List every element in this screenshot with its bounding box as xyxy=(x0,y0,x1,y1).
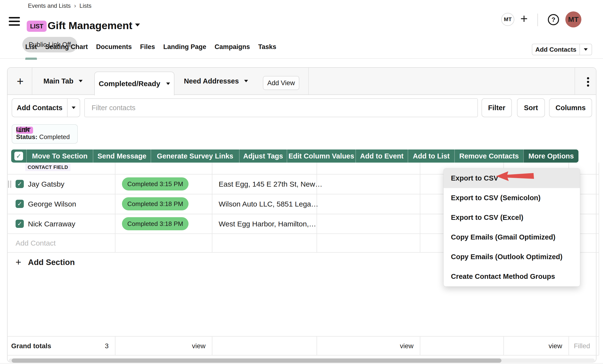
checkbox-checked-icon: ✓ xyxy=(14,152,23,160)
annotation-arrow-icon xyxy=(495,171,534,182)
page-title: Gift Management xyxy=(48,20,132,32)
tab-seating-chart[interactable]: Seating Chart xyxy=(45,43,88,54)
page: Events and Lists › Lists LIST Gift Manag… xyxy=(0,0,603,364)
more-options-menu: Export to CSV Export to CSV (Semicolon) … xyxy=(443,168,580,287)
contact-name-cell[interactable]: Jay Gatsby xyxy=(28,180,64,188)
view-link[interactable]: view xyxy=(500,342,562,350)
link-status-cell[interactable]: Completed 3:15 PM xyxy=(122,177,188,190)
row-checkbox[interactable]: ✓ xyxy=(16,200,24,208)
page-bottom-strip xyxy=(0,363,603,364)
add-contacts-button-top[interactable]: Add Contacts xyxy=(532,44,592,55)
add-section-button[interactable]: + Add Section xyxy=(16,257,75,268)
menu-item-copy-emails-outlook[interactable]: Copy Emails (Outlook Optimized) xyxy=(444,247,580,267)
nav-divider xyxy=(0,58,603,59)
menu-item-export-csv-excel[interactable]: Export to CSV (Excel) xyxy=(444,208,580,227)
header-divider xyxy=(537,14,538,26)
menu-item-copy-emails-gmail[interactable]: Copy Emails (Gmail Optimized) xyxy=(444,227,580,247)
column-divider xyxy=(115,336,116,355)
add-contacts-caret-button[interactable] xyxy=(580,44,591,55)
link-status-cell[interactable]: Completed 3:18 PM xyxy=(122,197,188,210)
link-status-filter-chip[interactable]: LIST Link Status: Completed xyxy=(12,124,78,144)
horizontal-scrollbar-track[interactable] xyxy=(9,358,595,363)
add-contact-row[interactable]: Add Contact xyxy=(16,239,56,247)
workspace-avatar[interactable]: MT xyxy=(501,13,514,26)
add-contacts-label: Add Contacts xyxy=(12,104,67,112)
horizontal-scrollbar-thumb[interactable] xyxy=(12,358,501,363)
add-view-tab-icon[interactable]: + xyxy=(15,74,26,88)
caret-down-icon xyxy=(584,48,588,51)
column-divider xyxy=(212,336,212,355)
columns-button[interactable]: Columns xyxy=(549,98,592,117)
add-view-button[interactable]: Add View xyxy=(263,76,299,90)
menu-item-export-csv-semicolon[interactable]: Export to CSV (Semicolon) xyxy=(444,188,580,208)
caret-down-icon xyxy=(244,80,248,82)
tab-tasks[interactable]: Tasks xyxy=(258,43,277,54)
chevron-right-icon: › xyxy=(74,2,76,9)
tab-landing-page[interactable]: Landing Page xyxy=(163,43,206,54)
send-message-button[interactable]: Send Message xyxy=(93,149,151,163)
view-link[interactable]: view xyxy=(352,342,414,350)
view-tab-completed-ready[interactable]: Completed/Ready xyxy=(94,72,174,95)
plus-icon: + xyxy=(16,257,21,268)
hamburger-menu-icon[interactable] xyxy=(9,17,20,26)
tab-campaigns[interactable]: Campaigns xyxy=(215,43,250,54)
row-checkbox[interactable]: ✓ xyxy=(16,180,24,188)
more-options-button[interactable]: More Options xyxy=(523,149,579,163)
tab-list[interactable]: List xyxy=(25,43,37,54)
grand-totals-label: Grand totals xyxy=(11,342,51,350)
list-type-badge: LIST xyxy=(27,21,47,32)
address-cell[interactable]: West Egg Harbor, Hamilton,… xyxy=(219,220,316,228)
breadcrumb-events-and-lists[interactable]: Events and Lists xyxy=(28,2,71,9)
title-caret-down-icon[interactable] xyxy=(135,23,140,26)
generate-survey-links-button[interactable]: Generate Survey Links xyxy=(151,149,239,163)
adjust-tags-button[interactable]: Adjust Tags xyxy=(239,149,287,163)
breadcrumb: Events and Lists › Lists xyxy=(28,2,91,9)
view-link[interactable]: view xyxy=(146,342,206,350)
filter-contacts-input[interactable] xyxy=(84,98,478,117)
edit-column-values-button[interactable]: Edit Column Values xyxy=(287,149,355,163)
move-to-section-button[interactable]: Move To Section xyxy=(26,149,93,163)
column-divider xyxy=(317,336,317,355)
tab-documents[interactable]: Documents xyxy=(96,43,132,54)
sort-button[interactable]: Sort xyxy=(517,98,545,117)
select-all-checkbox[interactable]: ✓ xyxy=(11,149,26,163)
menu-item-create-contact-method-groups[interactable]: Create Contact Method Groups xyxy=(444,267,580,286)
breadcrumb-lists[interactable]: Lists xyxy=(80,2,91,9)
contact-name-cell[interactable]: Nick Carraway xyxy=(28,220,75,228)
row-checkbox[interactable]: ✓ xyxy=(16,220,24,228)
add-contacts-caret-button[interactable] xyxy=(67,99,80,117)
strip-divider xyxy=(308,68,309,94)
strip-divider xyxy=(575,68,575,94)
address-cell[interactable]: East Egg, 145 E 27th St, New… xyxy=(219,180,322,188)
filter-button[interactable]: Filter xyxy=(482,98,512,117)
help-icon[interactable]: ? xyxy=(548,14,559,25)
caret-down-icon xyxy=(79,80,83,82)
bulk-action-bar: ✓ Move To Section Send Message Generate … xyxy=(11,149,579,163)
view-tab-need-addresses[interactable]: Need Addresses xyxy=(174,68,257,94)
chip-text: Link Status: Completed xyxy=(16,126,77,141)
table-right-border xyxy=(599,163,599,355)
footer-top-border xyxy=(7,336,599,337)
column-divider xyxy=(568,336,569,355)
section-nav: List Seating Chart Documents Files Landi… xyxy=(25,43,276,54)
view-tab-main-tab[interactable]: Main Tab xyxy=(32,68,94,94)
add-to-event-button[interactable]: Add to Event xyxy=(355,149,408,163)
user-avatar[interactable]: MT xyxy=(565,11,581,27)
grand-total-count: 3 xyxy=(49,342,109,350)
add-section-label: Add Section xyxy=(28,258,75,267)
address-cell[interactable]: Wilson Auto LLC, 5851 Lega… xyxy=(219,200,318,208)
add-contacts-label: Add Contacts xyxy=(532,46,580,53)
caret-down-icon xyxy=(72,107,76,109)
filled-label: Filled xyxy=(574,342,590,350)
column-header-contact-field[interactable]: CONTACT FIELD xyxy=(25,164,70,171)
more-vertical-icon[interactable] xyxy=(587,76,589,88)
add-contacts-button[interactable]: Add Contacts xyxy=(12,98,80,117)
add-to-list-button[interactable]: Add to List xyxy=(408,149,454,163)
column-divider xyxy=(420,336,420,355)
link-status-cell[interactable]: Completed 3:18 PM xyxy=(122,217,188,230)
tab-files[interactable]: Files xyxy=(140,43,155,54)
caret-down-icon xyxy=(166,83,170,85)
add-icon[interactable]: + xyxy=(518,11,530,26)
remove-contacts-button[interactable]: Remove Contacts xyxy=(454,149,523,163)
contact-name-cell[interactable]: George Wilson xyxy=(28,200,76,208)
